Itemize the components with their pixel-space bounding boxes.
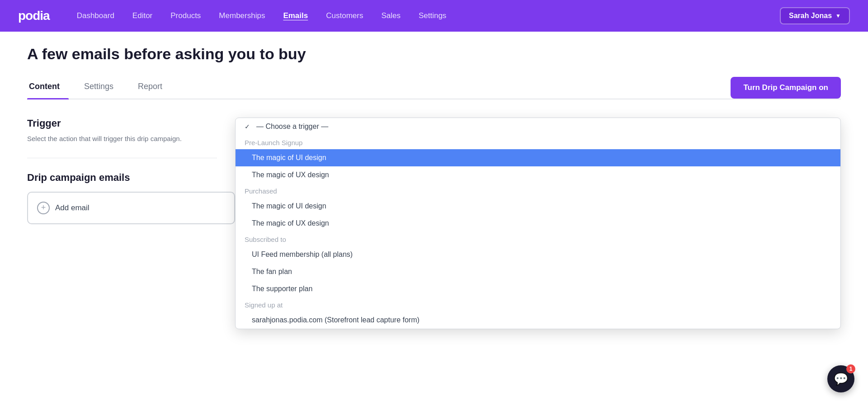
dropdown-group-subscribed-label: Subscribed to (236, 232, 840, 246)
dropdown-item-purchased-ux[interactable]: The magic of UX design (236, 215, 840, 232)
dropdown-item-ui-feed[interactable]: UI Feed membership (all plans) (236, 246, 840, 263)
chevron-down-icon: ▼ (835, 13, 841, 19)
dropdown-group-purchased-label: Purchased (236, 184, 840, 198)
drip-emails-section: Drip campaign emails + Add email (27, 172, 217, 224)
chat-icon: 💬 (834, 372, 848, 386)
add-email-button[interactable]: + Add email (27, 192, 235, 224)
drip-emails-heading: Drip campaign emails (27, 172, 217, 184)
dropdown-item-magic-ux[interactable]: The magic of UX design (236, 166, 840, 184)
tabs-left: ContentSettingsReport (27, 76, 185, 99)
trigger-heading: Trigger (27, 118, 217, 129)
trigger-section: Trigger Select the action that will trig… (27, 118, 217, 144)
nav-link-settings[interactable]: Settings (419, 11, 446, 20)
dropdown-item-magic-ui[interactable]: The magic of UI design (236, 149, 840, 166)
plus-icon: + (37, 202, 50, 214)
main-layout: Trigger Select the action that will trig… (27, 118, 841, 272)
trigger-description: Select the action that will trigger this… (27, 134, 217, 144)
right-panel: ✓— Choose a trigger —Pre-Launch SignupTh… (235, 118, 841, 272)
page-title: A few emails before asking you to buy (27, 45, 841, 63)
dropdown-item-fan-plan[interactable]: The fan plan (236, 263, 840, 280)
tab-report[interactable]: Report (136, 76, 171, 99)
dropdown-item-supporter-plan[interactable]: The supporter plan (236, 280, 840, 297)
dropdown-group-pre-launch-label: Pre-Launch Signup (236, 135, 840, 149)
page-content: A few emails before asking you to buy Co… (0, 32, 868, 272)
section-divider (27, 158, 217, 158)
nav-link-emails[interactable]: Emails (283, 11, 308, 20)
dropdown-item-storefront[interactable]: sarahjonas.podia.com (Storefront lead ca… (236, 312, 840, 329)
turn-drip-on-button[interactable]: Turn Drip Campaign on (731, 77, 841, 99)
left-panel: Trigger Select the action that will trig… (27, 118, 217, 272)
nav-link-dashboard[interactable]: Dashboard (77, 11, 114, 20)
logo[interactable]: podia (18, 9, 50, 23)
navbar: podia DashboardEditorProductsMemberships… (0, 0, 868, 32)
user-menu[interactable]: Sarah Jonas ▼ (780, 7, 850, 24)
nav-link-memberships[interactable]: Memberships (219, 11, 265, 20)
nav-link-products[interactable]: Products (170, 11, 201, 20)
chat-badge: 1 (846, 364, 855, 373)
dropdown-item-purchased-ui[interactable]: The magic of UI design (236, 198, 840, 215)
tabs-bar: ContentSettingsReport Turn Drip Campaign… (27, 76, 841, 99)
user-name: Sarah Jonas (789, 12, 832, 20)
dropdown-group-signed-up-label: Signed up at (236, 297, 840, 312)
nav-links: DashboardEditorProductsMembershipsEmails… (77, 11, 780, 20)
dropdown-menu[interactable]: ✓— Choose a trigger —Pre-Launch SignupTh… (235, 118, 841, 329)
nav-link-sales[interactable]: Sales (381, 11, 401, 20)
nav-link-customers[interactable]: Customers (326, 11, 363, 20)
tab-content[interactable]: Content (27, 76, 69, 99)
chat-button[interactable]: 💬 1 (827, 365, 854, 392)
dropdown-choose-trigger[interactable]: ✓— Choose a trigger — (236, 118, 840, 135)
nav-link-editor[interactable]: Editor (132, 11, 152, 20)
add-email-label: Add email (55, 203, 90, 212)
tab-settings[interactable]: Settings (82, 76, 123, 99)
